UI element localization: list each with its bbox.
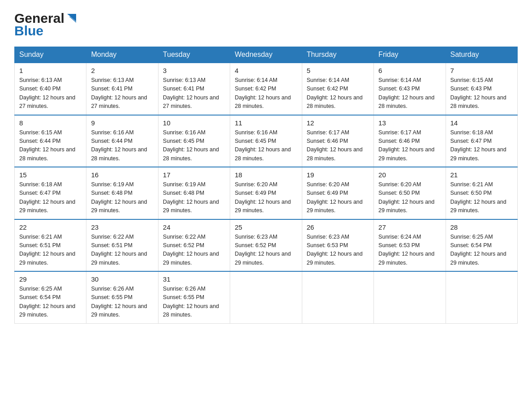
daylight-label: Daylight: 12 hours and 27 minutes. <box>163 94 219 109</box>
sunrise-label: Sunrise: 6:15 AM <box>450 77 493 83</box>
sunset-label: Sunset: 6:51 PM <box>19 242 60 248</box>
sunrise-label: Sunrise: 6:18 AM <box>450 129 493 136</box>
daylight-label: Daylight: 12 hours and 29 minutes. <box>450 251 506 265</box>
day-number: 15 <box>19 171 82 179</box>
daylight-label: Daylight: 12 hours and 29 minutes. <box>19 251 75 265</box>
calendar-day-cell: 16 Sunrise: 6:19 AM Sunset: 6:48 PM Dayl… <box>86 167 158 219</box>
day-info: Sunrise: 6:22 AM Sunset: 6:52 PM Dayligh… <box>163 233 225 268</box>
sunrise-label: Sunrise: 6:23 AM <box>307 234 349 240</box>
day-info: Sunrise: 6:18 AM Sunset: 6:47 PM Dayligh… <box>19 180 82 215</box>
daylight-label: Daylight: 12 hours and 29 minutes. <box>378 251 434 265</box>
daylight-label: Daylight: 12 hours and 28 minutes. <box>19 146 75 161</box>
sunrise-label: Sunrise: 6:22 AM <box>163 234 206 240</box>
day-number: 22 <box>19 223 82 231</box>
day-number: 7 <box>450 67 513 74</box>
sunset-label: Sunset: 6:47 PM <box>19 190 60 196</box>
day-info: Sunrise: 6:16 AM Sunset: 6:45 PM Dayligh… <box>235 128 297 163</box>
daylight-label: Daylight: 12 hours and 28 minutes. <box>91 146 147 161</box>
sunset-label: Sunset: 6:50 PM <box>450 190 492 196</box>
sunset-label: Sunset: 6:55 PM <box>91 294 132 300</box>
calendar-day-cell: 21 Sunrise: 6:21 AM Sunset: 6:50 PM Dayl… <box>446 167 517 219</box>
day-number: 10 <box>163 119 225 127</box>
sunrise-label: Sunrise: 6:18 AM <box>19 181 62 188</box>
header-thursday: Thursday <box>302 47 373 63</box>
day-number: 8 <box>19 119 82 127</box>
calendar-day-cell: 1 Sunrise: 6:13 AM Sunset: 6:40 PM Dayli… <box>15 63 86 115</box>
sunset-label: Sunset: 6:48 PM <box>163 190 204 196</box>
day-info: Sunrise: 6:13 AM Sunset: 6:41 PM Dayligh… <box>163 76 225 111</box>
calendar-day-cell <box>374 271 446 323</box>
calendar-day-cell: 9 Sunrise: 6:16 AM Sunset: 6:44 PM Dayli… <box>86 115 158 167</box>
daylight-label: Daylight: 12 hours and 29 minutes. <box>91 199 147 214</box>
sunrise-label: Sunrise: 6:17 AM <box>378 129 421 136</box>
sunrise-label: Sunrise: 6:25 AM <box>450 234 493 240</box>
sunset-label: Sunset: 6:47 PM <box>450 138 492 144</box>
daylight-label: Daylight: 12 hours and 29 minutes. <box>235 251 291 265</box>
sunrise-label: Sunrise: 6:16 AM <box>91 129 133 136</box>
sunset-label: Sunset: 6:42 PM <box>307 86 348 92</box>
day-info: Sunrise: 6:15 AM Sunset: 6:44 PM Dayligh… <box>19 128 82 163</box>
daylight-label: Daylight: 12 hours and 29 minutes. <box>163 251 219 265</box>
sunrise-label: Sunrise: 6:13 AM <box>91 77 133 83</box>
daylight-label: Daylight: 12 hours and 28 minutes. <box>235 94 291 109</box>
day-info: Sunrise: 6:19 AM Sunset: 6:48 PM Dayligh… <box>163 180 225 215</box>
day-info: Sunrise: 6:20 AM Sunset: 6:50 PM Dayligh… <box>378 180 441 215</box>
day-info: Sunrise: 6:23 AM Sunset: 6:52 PM Dayligh… <box>235 233 297 268</box>
sunset-label: Sunset: 6:46 PM <box>307 138 348 144</box>
sunrise-label: Sunrise: 6:26 AM <box>91 286 133 292</box>
sunrise-label: Sunrise: 6:20 AM <box>378 181 421 188</box>
svg-marker-1 <box>69 17 76 23</box>
calendar-day-cell: 11 Sunrise: 6:16 AM Sunset: 6:45 PM Dayl… <box>230 115 302 167</box>
daylight-label: Daylight: 12 hours and 29 minutes. <box>19 199 75 214</box>
daylight-label: Daylight: 12 hours and 28 minutes. <box>163 303 219 318</box>
day-number: 28 <box>450 223 513 231</box>
day-number: 21 <box>450 171 513 179</box>
day-number: 4 <box>235 67 297 74</box>
daylight-label: Daylight: 12 hours and 28 minutes. <box>163 146 219 161</box>
day-number: 25 <box>235 223 297 231</box>
daylight-label: Daylight: 12 hours and 28 minutes. <box>307 146 363 161</box>
sunrise-label: Sunrise: 6:21 AM <box>19 234 62 240</box>
daylight-label: Daylight: 12 hours and 28 minutes. <box>450 94 506 109</box>
day-number: 30 <box>91 275 153 283</box>
calendar-day-cell: 22 Sunrise: 6:21 AM Sunset: 6:51 PM Dayl… <box>15 219 86 272</box>
calendar-day-cell: 20 Sunrise: 6:20 AM Sunset: 6:50 PM Dayl… <box>374 167 446 219</box>
sunset-label: Sunset: 6:55 PM <box>163 294 204 300</box>
sunset-label: Sunset: 6:40 PM <box>19 86 60 92</box>
sunrise-label: Sunrise: 6:16 AM <box>235 129 277 136</box>
logo-arrow-icon <box>65 12 78 25</box>
day-number: 23 <box>91 223 153 231</box>
calendar-day-cell: 10 Sunrise: 6:16 AM Sunset: 6:45 PM Dayl… <box>158 115 230 167</box>
calendar-day-cell: 17 Sunrise: 6:19 AM Sunset: 6:48 PM Dayl… <box>158 167 230 219</box>
day-number: 19 <box>307 171 369 179</box>
day-number: 11 <box>235 119 297 127</box>
day-info: Sunrise: 6:13 AM Sunset: 6:41 PM Dayligh… <box>91 76 153 111</box>
sunset-label: Sunset: 6:43 PM <box>450 86 492 92</box>
sunrise-label: Sunrise: 6:26 AM <box>163 286 206 292</box>
calendar-day-cell: 7 Sunrise: 6:15 AM Sunset: 6:43 PM Dayli… <box>446 63 517 115</box>
day-info: Sunrise: 6:14 AM Sunset: 6:43 PM Dayligh… <box>378 76 441 111</box>
daylight-label: Daylight: 12 hours and 29 minutes. <box>378 199 434 214</box>
sunrise-label: Sunrise: 6:20 AM <box>235 181 277 188</box>
calendar-week-row: 15 Sunrise: 6:18 AM Sunset: 6:47 PM Dayl… <box>15 167 518 219</box>
sunset-label: Sunset: 6:48 PM <box>91 190 132 196</box>
day-number: 20 <box>378 171 441 179</box>
daylight-label: Daylight: 12 hours and 28 minutes. <box>378 94 434 109</box>
calendar-day-cell: 25 Sunrise: 6:23 AM Sunset: 6:52 PM Dayl… <box>230 219 302 272</box>
sunrise-label: Sunrise: 6:19 AM <box>163 181 206 188</box>
day-info: Sunrise: 6:19 AM Sunset: 6:48 PM Dayligh… <box>91 180 153 215</box>
day-number: 16 <box>91 171 153 179</box>
sunset-label: Sunset: 6:42 PM <box>235 86 276 92</box>
day-info: Sunrise: 6:25 AM Sunset: 6:54 PM Dayligh… <box>19 285 82 320</box>
day-info: Sunrise: 6:17 AM Sunset: 6:46 PM Dayligh… <box>378 128 441 163</box>
day-info: Sunrise: 6:26 AM Sunset: 6:55 PM Dayligh… <box>91 285 153 320</box>
calendar-day-cell <box>446 271 517 323</box>
day-info: Sunrise: 6:13 AM Sunset: 6:40 PM Dayligh… <box>19 76 82 111</box>
day-info: Sunrise: 6:21 AM Sunset: 6:50 PM Dayligh… <box>450 180 513 215</box>
sunrise-label: Sunrise: 6:17 AM <box>307 129 349 136</box>
header-sunday: Sunday <box>15 47 86 63</box>
day-info: Sunrise: 6:24 AM Sunset: 6:53 PM Dayligh… <box>378 233 441 268</box>
calendar-day-cell: 29 Sunrise: 6:25 AM Sunset: 6:54 PM Dayl… <box>15 271 86 323</box>
calendar-day-cell: 19 Sunrise: 6:20 AM Sunset: 6:49 PM Dayl… <box>302 167 373 219</box>
daylight-label: Daylight: 12 hours and 29 minutes. <box>91 251 147 265</box>
